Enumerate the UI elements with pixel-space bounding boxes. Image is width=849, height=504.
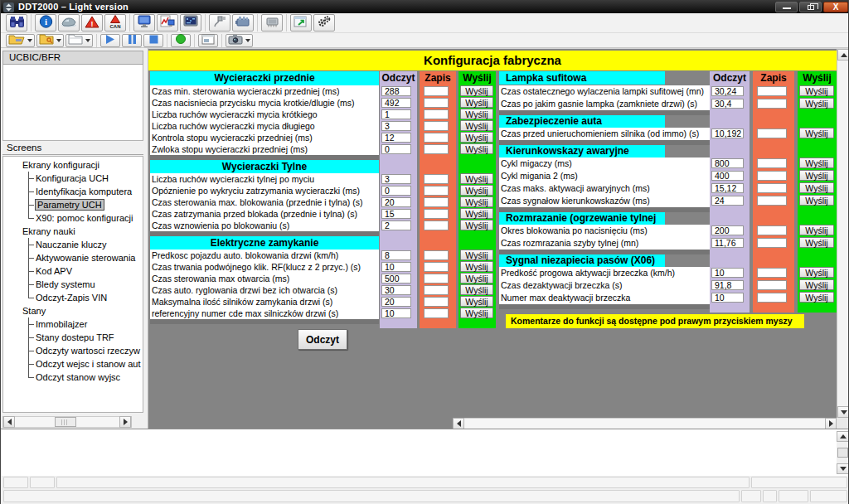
sidebar-item[interactable]: Immobilajzer (3, 317, 143, 331)
sidebar-item[interactable]: Parametry UCH (3, 198, 143, 211)
send-button[interactable]: Wyślij (460, 220, 493, 230)
send-button[interactable]: Wyślij (460, 196, 493, 207)
zapis-input[interactable] (424, 308, 449, 318)
toolbar-folder-open-button[interactable] (6, 34, 35, 47)
send-button[interactable]: Wyślij (460, 296, 493, 307)
toolbar-chip-button[interactable] (261, 14, 283, 32)
send-button[interactable]: Wyślij (799, 237, 834, 248)
scroll-left-button[interactable] (453, 418, 464, 429)
send-button[interactable]: Wyślij (460, 132, 493, 143)
send-button[interactable]: Wyślij (799, 85, 834, 96)
zapis-input[interactable] (424, 285, 449, 295)
zapis-input[interactable] (757, 183, 787, 193)
send-button[interactable]: Wyślij (460, 173, 493, 184)
send-button[interactable]: Wyślij (460, 208, 493, 219)
close-button[interactable]: X (823, 2, 848, 12)
zapis-input[interactable] (424, 144, 449, 154)
toolbar-monitor-graph-button[interactable] (157, 14, 178, 32)
scroll-thumb[interactable] (55, 417, 76, 427)
toolbar-monitor-button[interactable] (133, 14, 155, 32)
toolbar-binoculars-button[interactable] (6, 14, 27, 32)
zapis-input[interactable] (424, 109, 449, 119)
read-button[interactable]: Odczyt (298, 329, 347, 350)
zapis-input[interactable] (757, 225, 787, 235)
zapis-input[interactable] (424, 121, 449, 131)
zapis-input[interactable] (424, 174, 449, 184)
toolbar-export-window-button[interactable] (198, 34, 218, 47)
send-button[interactable]: Wyślij (460, 308, 493, 318)
toolbar-pause-button[interactable] (122, 34, 142, 47)
toolbar-folder-plain-button[interactable] (65, 34, 93, 47)
send-button[interactable]: Wyślij (799, 225, 834, 235)
sidebar-item[interactable]: Stany dostepu TRF (3, 331, 143, 344)
zapis-input[interactable] (757, 158, 787, 168)
zapis-input[interactable] (757, 196, 787, 206)
send-button[interactable]: Wyślij (799, 267, 834, 278)
send-button[interactable]: Wyślij (799, 182, 834, 193)
sidebar-item[interactable]: Nauczanie kluczy (3, 238, 143, 251)
scroll-track[interactable] (464, 418, 825, 429)
sidebar-item[interactable]: Identyfikacja komputera (3, 185, 143, 198)
zapis-input[interactable] (424, 186, 449, 196)
zapis-input[interactable] (424, 262, 449, 272)
main-vertical-scrollbar[interactable] (837, 49, 849, 418)
sidebar-item[interactable]: Kod APV (3, 264, 143, 278)
toolbar-camera-button[interactable] (226, 34, 253, 47)
zapis-input[interactable] (424, 220, 449, 230)
toolbar-play-button[interactable] (100, 34, 120, 47)
toolbar-connector-button[interactable] (209, 14, 230, 32)
main-horizontal-scrollbar[interactable] (453, 418, 837, 429)
scroll-down-button[interactable] (837, 406, 849, 418)
send-button[interactable]: Wyślij (460, 250, 493, 260)
scroll-left-button[interactable] (3, 416, 15, 428)
log-vertical-scrollbar[interactable] (837, 431, 849, 474)
toolbar-window-export-button[interactable] (290, 14, 312, 32)
scroll-down-button[interactable] (837, 463, 849, 474)
zapis-input[interactable] (424, 297, 449, 307)
toolbar-engine-button[interactable] (232, 14, 254, 32)
send-button[interactable]: Wyślij (460, 143, 493, 154)
zapis-input[interactable] (757, 86, 787, 96)
sidebar-item[interactable]: Ekrany konfiguracji (3, 158, 143, 172)
toolbar-can-warning-button[interactable]: CAN (104, 14, 126, 32)
scroll-right-button[interactable] (825, 418, 837, 429)
zapis-input[interactable] (424, 133, 449, 143)
scroll-track[interactable] (15, 416, 119, 428)
scroll-up-button[interactable] (837, 49, 849, 61)
zapis-input[interactable] (757, 238, 787, 248)
send-button[interactable]: Wyślij (460, 284, 493, 295)
send-button[interactable]: Wyślij (460, 109, 493, 119)
sidebar-item[interactable]: Konfiguracja UCH (3, 172, 143, 185)
toolbar-record-button[interactable] (171, 34, 191, 47)
zapis-input[interactable] (424, 86, 449, 96)
sidebar-horizontal-scrollbar[interactable] (2, 416, 132, 428)
zapis-input[interactable] (424, 250, 449, 260)
send-button[interactable]: Wyślij (799, 128, 834, 138)
send-button[interactable]: Wyślij (799, 292, 834, 303)
zapis-input[interactable] (757, 293, 787, 303)
send-button[interactable]: Wyślij (799, 158, 834, 168)
send-button[interactable]: Wyślij (460, 185, 493, 196)
sidebar-item[interactable]: Stany (3, 304, 143, 317)
sidebar-item[interactable]: Aktywowanie sterowania (3, 251, 143, 264)
zapis-input[interactable] (424, 197, 449, 207)
send-button[interactable]: Wyślij (799, 279, 834, 290)
sidebar-item[interactable]: Odczyt-Zapis VIN (3, 291, 143, 304)
send-button[interactable]: Wyślij (460, 261, 493, 272)
send-button[interactable]: Wyślij (460, 120, 493, 131)
send-button[interactable]: Wyślij (460, 85, 493, 96)
send-button[interactable]: Wyślij (799, 98, 834, 109)
zapis-input[interactable] (757, 268, 787, 278)
sidebar-item[interactable]: Odczyty wartosci rzeczyw (3, 344, 143, 357)
scroll-up-button[interactable] (837, 431, 849, 442)
zapis-input[interactable] (757, 280, 787, 290)
sidebar-item[interactable]: Odczyt wejsc i stanow aut (3, 357, 143, 371)
scroll-right-button[interactable] (119, 416, 131, 428)
scroll-thumb[interactable] (837, 448, 848, 458)
sidebar-item[interactable]: X90: pomoc konfiguracji (3, 211, 143, 225)
toolbar-stop-button[interactable] (143, 34, 163, 47)
maximize-button[interactable] (799, 2, 822, 12)
send-button[interactable]: Wyślij (799, 170, 834, 181)
toolbar-folder-key-button[interactable] (36, 34, 64, 47)
send-button[interactable]: Wyślij (799, 195, 834, 206)
